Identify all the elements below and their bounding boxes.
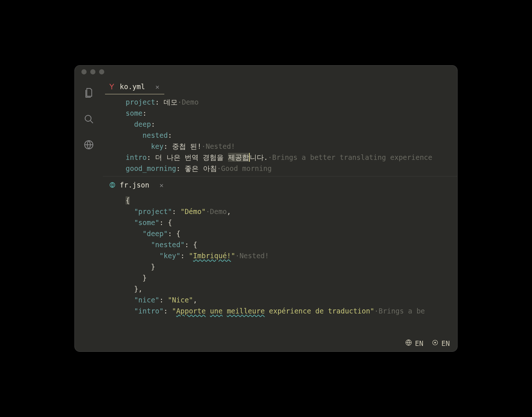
editor-pane-top: ko.yml ✕ project: 데모·Demo some: deep: ne… <box>103 78 457 176</box>
status-source-lang[interactable]: EN <box>405 339 423 348</box>
globe-outline-icon <box>405 339 412 348</box>
code-editor-json[interactable]: { "project": "Démo"·Demo, "some": { "dee… <box>103 193 457 319</box>
svg-line-1 <box>90 120 93 123</box>
svg-point-0 <box>85 115 91 121</box>
svg-point-3 <box>110 182 115 187</box>
editor-group: ko.yml ✕ project: 데모·Demo some: deep: ne… <box>103 78 457 351</box>
maximize-window-icon[interactable] <box>99 69 104 74</box>
editor-window: ko.yml ✕ project: 데모·Demo some: deep: ne… <box>74 65 458 352</box>
globe-icon[interactable] <box>83 139 94 150</box>
tab-label: fr.json <box>120 181 149 189</box>
titlebar[interactable] <box>75 66 457 78</box>
main-area: ko.yml ✕ project: 데모·Demo some: deep: ne… <box>75 78 457 351</box>
minimize-window-icon[interactable] <box>90 69 95 74</box>
status-lang-label: EN <box>441 339 450 347</box>
close-icon[interactable]: ✕ <box>155 83 160 91</box>
close-icon[interactable]: ✕ <box>160 181 164 189</box>
tab-fr-json[interactable]: fr.json ✕ <box>105 178 169 193</box>
tab-label: ko.yml <box>120 83 145 91</box>
tab-bar-top: ko.yml ✕ <box>103 78 457 94</box>
status-lang-label: EN <box>415 339 423 347</box>
svg-point-6 <box>434 342 435 343</box>
status-bar: EN EN <box>405 339 450 348</box>
close-window-icon[interactable] <box>81 69 87 74</box>
json-file-icon <box>109 181 116 189</box>
code-editor-yaml[interactable]: project: 데모·Demo some: deep: nested: key… <box>103 94 457 176</box>
editor-pane-bottom: fr.json ✕ { "project": "Démo"·Demo, "som… <box>103 176 457 351</box>
yaml-file-icon <box>109 83 116 90</box>
tab-bar-bottom: fr.json ✕ <box>103 176 457 193</box>
tab-ko-yml[interactable]: ko.yml ✕ <box>105 80 164 94</box>
search-icon[interactable] <box>83 113 94 125</box>
status-target-lang[interactable]: EN <box>431 339 450 348</box>
explorer-icon[interactable] <box>83 87 95 99</box>
activity-bar <box>75 78 103 351</box>
target-icon <box>431 339 439 348</box>
